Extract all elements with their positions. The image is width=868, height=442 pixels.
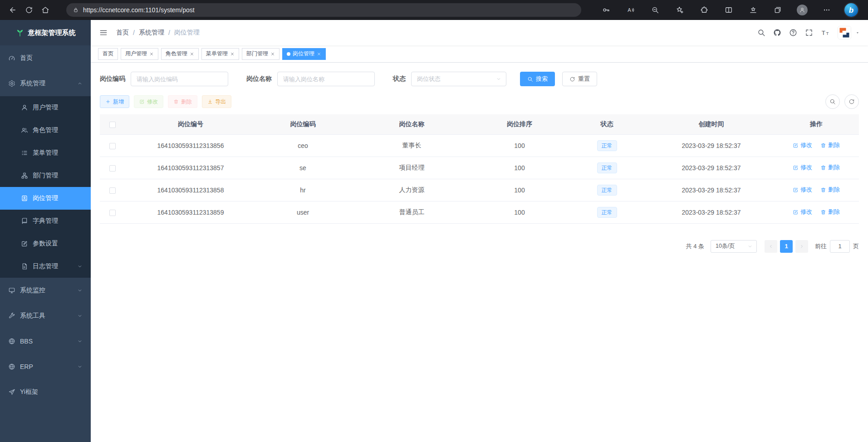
row-checkbox[interactable]: [109, 187, 116, 194]
post-name-input[interactable]: [277, 72, 375, 86]
add-favorite-button[interactable]: [673, 2, 687, 18]
help-button[interactable]: [789, 29, 797, 37]
page-number-1[interactable]: 1: [780, 240, 793, 253]
row-edit-button[interactable]: 修改: [793, 163, 812, 172]
collections-button[interactable]: [771, 2, 785, 18]
favorites-bar-button[interactable]: [746, 2, 760, 18]
sidebar-item-menu-mgmt[interactable]: 菜单管理: [0, 142, 91, 164]
table-header-select: [100, 114, 125, 134]
svg-text:A: A: [628, 7, 631, 13]
sidebar-item-user-mgmt[interactable]: 用户管理: [0, 96, 91, 119]
search-icon: [829, 98, 836, 105]
address-bar[interactable]: https://ccnetcore.com:1101/system/post: [66, 3, 581, 17]
tab-user-mgmt[interactable]: 用户管理: [121, 48, 158, 60]
cell-post-code: ceo: [256, 134, 349, 157]
row-edit-button[interactable]: 修改: [793, 186, 812, 194]
close-icon[interactable]: [230, 52, 235, 56]
row-checkbox[interactable]: [109, 143, 116, 149]
extensions-button[interactable]: [697, 2, 711, 18]
sidebar-item-dept-mgmt[interactable]: 部门管理: [0, 164, 91, 187]
key-icon: [602, 6, 610, 14]
read-aloud-button[interactable]: A: [624, 2, 638, 18]
browser-refresh-button[interactable]: [21, 2, 37, 18]
row-checkbox[interactable]: [109, 165, 116, 172]
github-link[interactable]: [773, 29, 781, 37]
bing-chat-button[interactable]: b: [844, 3, 858, 17]
sidebar-item-param-settings[interactable]: 参数设置: [0, 232, 91, 255]
globe-icon: [8, 338, 15, 345]
tab-dept-mgmt[interactable]: 部门管理: [242, 48, 280, 60]
sidebar-item-log-mgmt[interactable]: 日志管理: [0, 255, 91, 278]
monitor-icon: [8, 287, 15, 294]
edit-button[interactable]: 修改: [134, 95, 163, 108]
browser-back-button[interactable]: [5, 2, 21, 18]
font-size-button[interactable]: TT: [821, 28, 830, 37]
tab-home[interactable]: 首页: [98, 48, 118, 60]
sidebar-item-dict-mgmt[interactable]: 字典管理: [0, 210, 91, 232]
sidebar-item-role-mgmt[interactable]: 角色管理: [0, 119, 91, 142]
profile-button[interactable]: [795, 2, 809, 18]
header-search-button[interactable]: [757, 29, 765, 37]
row-delete-button[interactable]: 删除: [820, 163, 840, 172]
search-button[interactable]: 搜索: [520, 72, 555, 86]
fullscreen-button[interactable]: [805, 29, 813, 37]
tab-role-mgmt[interactable]: 角色管理: [161, 48, 199, 60]
tab-post-mgmt[interactable]: 岗位管理: [282, 48, 326, 60]
add-button[interactable]: 新增: [100, 95, 129, 108]
sidebar-item-yi-framework[interactable]: Yi框架: [0, 379, 91, 405]
browser-home-button[interactable]: [37, 2, 54, 18]
breadcrumb-home[interactable]: 首页: [116, 29, 129, 37]
sidebar-item-home[interactable]: 首页: [0, 45, 91, 71]
trash-icon: [173, 99, 179, 104]
header-actions: TT: [757, 26, 860, 39]
main-panel: 首页 / 系统管理 / 岗位管理 TT 首页: [91, 20, 868, 442]
row-edit-button[interactable]: 修改: [793, 141, 812, 149]
split-screen-button[interactable]: [722, 2, 736, 18]
reset-button[interactable]: 重置: [562, 72, 597, 86]
delete-button[interactable]: 删除: [168, 95, 197, 108]
sidebar-item-post-mgmt[interactable]: 岗位管理: [0, 187, 91, 210]
sidebar-item-system-monitor[interactable]: 系统监控: [0, 278, 91, 303]
sidebar-item-system-mgmt[interactable]: 系统管理: [0, 71, 91, 96]
goto-label: 前往: [815, 242, 827, 250]
password-manager-button[interactable]: [599, 2, 613, 18]
goto-page-input[interactable]: [830, 240, 850, 253]
prev-page-button[interactable]: [765, 240, 777, 253]
chevron-down-icon: [77, 288, 83, 293]
chevron-down-icon: [747, 244, 753, 249]
browser-chrome: https://ccnetcore.com:1101/system/post A…: [0, 0, 868, 20]
toggle-search-button[interactable]: [825, 94, 840, 109]
breadcrumb-system-mgmt[interactable]: 系统管理: [139, 29, 164, 37]
trash-icon: [820, 142, 826, 148]
close-icon[interactable]: [190, 52, 194, 56]
select-all-checkbox[interactable]: [109, 122, 116, 128]
browser-menu-button[interactable]: [820, 2, 834, 18]
close-icon[interactable]: [270, 52, 275, 56]
status-select[interactable]: 岗位状态: [411, 72, 506, 86]
sidebar-item-bbs[interactable]: BBS: [0, 329, 91, 354]
row-delete-button[interactable]: 删除: [820, 141, 840, 149]
tab-menu-mgmt[interactable]: 菜单管理: [201, 48, 239, 60]
row-checkbox[interactable]: [109, 210, 116, 216]
sidebar-item-erp[interactable]: ERP: [0, 354, 91, 379]
search-icon: [757, 29, 765, 37]
user-avatar[interactable]: [838, 26, 851, 39]
zoom-button[interactable]: [648, 2, 662, 18]
row-delete-button[interactable]: 删除: [820, 208, 840, 216]
download-icon: [207, 99, 213, 104]
post-code-input[interactable]: [131, 72, 228, 86]
caret-down-icon[interactable]: [855, 30, 860, 35]
zoom-out-icon: [651, 6, 659, 14]
export-button[interactable]: 导出: [202, 95, 231, 108]
row-edit-button[interactable]: 修改: [793, 208, 812, 216]
next-page-button[interactable]: [795, 240, 808, 253]
sidebar-item-system-tools[interactable]: 系统工具: [0, 303, 91, 329]
close-icon[interactable]: [317, 52, 321, 56]
page-size-select[interactable]: 10条/页: [711, 240, 757, 253]
tab-label: 岗位管理: [293, 50, 314, 58]
refresh-table-button[interactable]: [844, 94, 859, 109]
sidebar-toggle-icon[interactable]: [99, 28, 108, 37]
close-icon[interactable]: [149, 52, 154, 56]
row-delete-button[interactable]: 删除: [820, 186, 840, 194]
browser-toolbar-right: A b: [599, 2, 863, 18]
